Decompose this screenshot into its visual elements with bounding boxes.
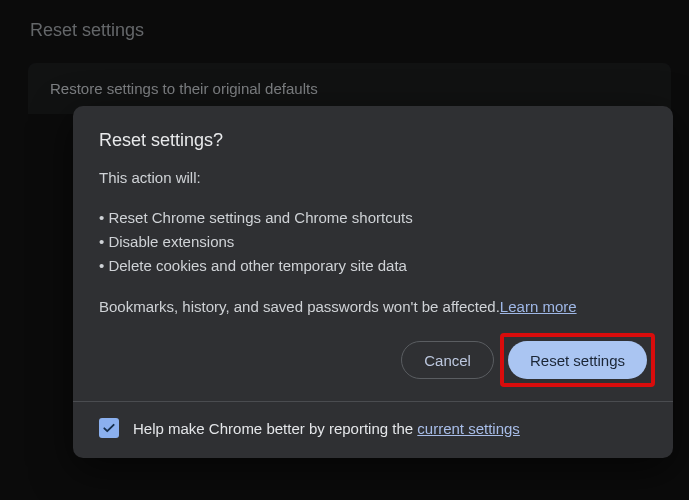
dialog-bullet: Disable extensions xyxy=(99,230,647,254)
dialog-bullet: Reset Chrome settings and Chrome shortcu… xyxy=(99,206,647,230)
dialog-bullet-list: Reset Chrome settings and Chrome shortcu… xyxy=(99,206,647,278)
cancel-button[interactable]: Cancel xyxy=(401,341,494,379)
dialog-note: Bookmarks, history, and saved passwords … xyxy=(99,298,647,315)
dialog-note-text: Bookmarks, history, and saved passwords … xyxy=(99,298,500,315)
dialog-actions: Cancel Reset settings xyxy=(73,341,673,401)
footer-prefix: Help make Chrome better by reporting the xyxy=(133,420,417,437)
report-settings-checkbox[interactable] xyxy=(99,418,119,438)
dialog-intro-text: This action will: xyxy=(99,169,647,186)
dialog-title: Reset settings? xyxy=(99,130,647,151)
reset-settings-dialog: Reset settings? This action will: Reset … xyxy=(73,106,673,458)
current-settings-link[interactable]: current settings xyxy=(417,420,520,437)
checkmark-icon xyxy=(102,421,116,435)
learn-more-link[interactable]: Learn more xyxy=(500,298,577,315)
reset-settings-button[interactable]: Reset settings xyxy=(508,341,647,379)
dialog-bullet: Delete cookies and other temporary site … xyxy=(99,254,647,278)
dialog-footer: Help make Chrome better by reporting the… xyxy=(73,402,673,458)
footer-text: Help make Chrome better by reporting the… xyxy=(133,420,520,437)
